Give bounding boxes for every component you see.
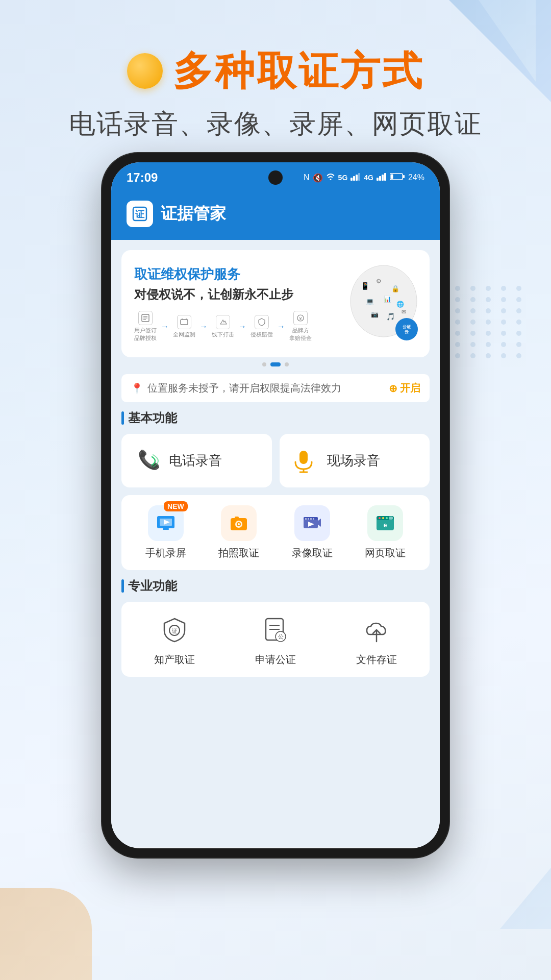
web-evidence-icon: e [367,505,403,541]
location-message: 位置服务未授予，请开启权限提高法律效力 [147,381,341,395]
banner-step-3: 线下打击 [212,315,234,338]
svg-point-46 [238,523,240,525]
mute-icon: 🔇 [313,173,323,183]
banner-arrow-3: → [238,322,246,331]
file-storage-item[interactable]: 文件存证 [329,612,424,667]
phone-mockup: 17:09 N 🔇 5G [102,153,449,857]
svg-rect-6 [382,175,384,181]
photo-evidence-label: 拍照取证 [218,546,259,560]
camera-notch [268,170,283,185]
svg-point-58 [379,517,381,519]
svg-rect-17 [181,320,188,325]
ip-evidence-icon: 证 [157,612,192,648]
banner-dots [121,362,430,366]
ip-evidence-item[interactable]: 证 知产取证 [127,612,222,667]
svg-rect-61 [389,517,393,520]
svg-rect-9 [403,175,405,178]
bg-decoration-bottom-right [500,868,551,929]
screen-record-label: 手机录屏 [145,546,186,560]
phone-record-label: 电话录音 [169,452,222,470]
svg-point-59 [382,517,384,519]
gold-circle-icon [127,53,163,89]
svg-rect-5 [379,176,381,181]
location-btn-icon: ⊕ [389,382,397,395]
svg-rect-36 [299,451,308,464]
live-record-card[interactable]: 现场录音 [280,434,430,487]
web-evidence-label: 网页取证 [365,546,406,560]
location-btn-label: 开启 [400,381,420,395]
feature-grid: NEW 手机录屏 [121,495,430,570]
photo-evidence-item[interactable]: 拍照取证 [205,505,273,560]
scroll-content[interactable]: 取证维权保护服务 对侵权说不，让创新永不止步 用户签订品牌授权 → [111,240,440,847]
svg-text:🌐: 🌐 [396,300,404,308]
banner-arrow-1: → [161,322,169,331]
notarize-item[interactable]: 公 申请公证 [228,612,323,667]
basic-functions-section: 基本功能 📞 [111,410,440,578]
banner-step-icon-3 [216,315,230,329]
banner-step-icon-2 [177,315,191,329]
svg-text:证: 证 [171,628,177,634]
location-bar[interactable]: 📍 位置服务未授予，请开启权限提高法律效力 ⊕ 开启 [121,374,430,402]
subtitle: 电话录音、录像、录屏、网页取证 [0,106,551,142]
app-logo: 证 [127,201,153,227]
svg-point-32 [395,318,418,340]
svg-text:⚙: ⚙ [376,278,382,285]
svg-text:📊: 📊 [384,295,391,303]
svg-text:公: 公 [278,633,283,640]
svg-text:🎵: 🎵 [386,312,395,321]
battery-icon [390,173,405,183]
banner-step-icon-1 [138,311,153,325]
notarize-icon: 公 [258,612,293,648]
svg-rect-47 [235,517,239,519]
live-record-label: 现场录音 [327,452,380,470]
svg-rect-54 [313,518,314,520]
svg-text:💻: 💻 [366,297,374,306]
phone-record-icon: 📞 [132,447,160,475]
banner-card[interactable]: 取证维权保护服务 对侵权说不，让创新永不止步 用户签订品牌授权 → [121,250,430,357]
svg-rect-42 [163,528,169,530]
banner-arrow-4: → [277,322,285,331]
signal-bars [350,173,361,183]
location-text: 📍 位置服务未授予，请开启权限提高法律效力 [131,381,341,395]
status-icons: N 🔇 5G [304,173,424,183]
banner-dot-2 [270,362,281,366]
top-content-area: 多种取证方式 电话录音、录像、录屏、网页取证 [0,0,551,142]
app-name-label: 证据管家 [161,203,226,225]
phone-record-card[interactable]: 📞 电话录音 [121,434,272,487]
video-evidence-item[interactable]: 录像取证 [278,505,346,560]
pro-grid: 证 知产取证 [121,602,430,677]
svg-text:🔒: 🔒 [391,284,400,293]
photo-evidence-icon [221,505,257,541]
svg-text:📷: 📷 [371,310,379,318]
svg-rect-7 [384,173,386,181]
bg-decoration-bottom-left [0,888,92,980]
screen-record-item[interactable]: NEW 手机录屏 [132,505,200,560]
pro-functions-section: 专业功能 证 知产取证 [111,578,440,684]
brain-illustration: 📱 ⚙ 🔒 💻 📊 🌐 📷 🎵 ✉ [345,263,422,345]
location-enable-button[interactable]: ⊕ 开启 [389,381,420,395]
phone-outer-frame: 17:09 N 🔇 5G [102,153,449,857]
banner-right: 📱 ⚙ 🔒 💻 📊 🌐 📷 🎵 ✉ [338,258,430,350]
banner-step-4: 侵权赔偿 [251,315,273,338]
web-evidence-item[interactable]: e 网页取证 [352,505,420,560]
svg-rect-4 [377,178,379,181]
battery-percent: 24% [408,173,424,182]
signal-bars2 [377,173,387,183]
banner-title1: 取证维权保护服务 [134,265,325,283]
banner-dot-1 [262,362,266,366]
signal-4g: 4G [364,174,373,182]
svg-point-60 [386,517,388,519]
status-bar: 17:09 N 🔇 5G [111,162,440,193]
bg-decoration-dots [455,286,525,358]
notarize-label: 申请公证 [255,653,296,667]
banner-steps: 用户签订品牌授权 → 全网监测 → [134,311,325,342]
svg-rect-2 [356,175,358,181]
svg-rect-52 [308,518,309,520]
svg-text:¥: ¥ [298,316,302,321]
svg-text:云: 云 [405,330,409,334]
svg-text:✉: ✉ [402,309,406,315]
banner-dot-3 [285,362,289,366]
svg-text:📱: 📱 [361,282,370,290]
banner-step-5: ¥ 品牌方拿赔偿金 [289,311,312,342]
video-evidence-label: 录像取证 [292,546,333,560]
